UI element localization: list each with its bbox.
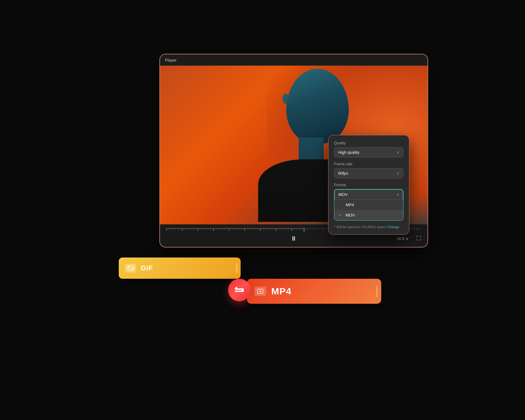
mp4-badge-handle	[376, 285, 378, 297]
aspect-chevron-icon: ∨	[406, 236, 409, 241]
scene-container: Player ⏸ 16:9 ∨	[122, 54, 403, 366]
format-option-mp4[interactable]: ✓ MP4	[334, 200, 403, 210]
arrow-right-icon	[235, 291, 244, 292]
save-notice: * Will be saved to YEUNG's space Change	[334, 225, 403, 229]
play-pause-button[interactable]: ⏸	[289, 233, 299, 243]
quality-label: Quality	[334, 141, 403, 145]
quality-value: High quality	[338, 150, 359, 155]
player-titlebar: Player	[160, 54, 428, 66]
gif-icon-box	[125, 264, 136, 272]
save-notice-text: * Will be saved to YEUNG's space	[334, 225, 386, 229]
svg-rect-0	[128, 266, 133, 270]
convert-button[interactable]	[228, 279, 251, 301]
format-current-value: MOV	[338, 192, 348, 197]
quality-group: Quality High quality ∨	[334, 141, 403, 158]
framerate-dropdown[interactable]: 60fps ∨	[334, 168, 403, 178]
framerate-value: 60fps	[338, 171, 348, 176]
framerate-label: Frame rate	[334, 162, 403, 166]
aspect-ratio-badge[interactable]: 16:9 ∨	[397, 236, 409, 241]
format-option-mov[interactable]: ✓ MOV	[334, 210, 403, 220]
mov-check-icon: ✓	[339, 213, 343, 218]
framerate-chevron-icon: ∨	[397, 171, 399, 175]
mp4-label: MP4	[271, 286, 292, 297]
mp4-icon-box	[254, 287, 266, 296]
mp4-play-icon	[257, 289, 263, 294]
format-chevron-icon: ∧	[397, 192, 399, 197]
gif-label: GIF	[141, 264, 153, 272]
format-label: Format	[334, 183, 403, 187]
change-link[interactable]: Change	[387, 225, 399, 229]
quality-chevron-icon: ∨	[397, 150, 399, 154]
gif-badge: GIF	[119, 258, 241, 279]
fullscreen-button[interactable]: ⛶	[416, 236, 421, 241]
format-group: Format MOV ∧ ✓ MP4 ✓ MOV	[334, 183, 403, 221]
player-title: Player	[165, 58, 177, 62]
convert-arrows-icon	[235, 288, 244, 292]
controls-row: ⏸ 16:9 ∨ ⛶	[166, 233, 421, 243]
gif-icon	[128, 266, 134, 271]
mp4-badge: MP4	[247, 279, 381, 304]
format-options-container: MOV ∧ ✓ MP4 ✓ MOV	[334, 189, 403, 221]
quality-dropdown[interactable]: High quality ∨	[334, 147, 403, 158]
gif-badge-handle	[236, 263, 238, 273]
head-shape	[286, 69, 349, 144]
aspect-ratio-label: 16:9	[397, 236, 404, 241]
format-option-mov-label: MOV	[346, 213, 355, 218]
framerate-group: Frame rate 60fps ∨	[334, 162, 403, 178]
settings-panel: Quality High quality ∨ Frame rate 60fps …	[328, 135, 409, 235]
format-dropdown-header[interactable]: MOV ∧	[334, 189, 403, 200]
format-option-mp4-label: MP4	[346, 202, 354, 207]
